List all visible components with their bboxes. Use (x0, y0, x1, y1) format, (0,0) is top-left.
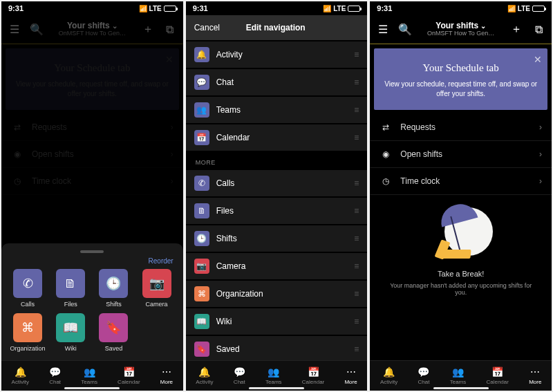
tab-more[interactable]: ⋯More (344, 366, 357, 385)
teams-icon: 👥 (452, 366, 464, 377)
drag-handle-icon[interactable]: ≡ (354, 77, 359, 87)
tile-files[interactable]: 🗎 Files (51, 269, 90, 308)
cancel-button[interactable]: Cancel (194, 23, 220, 32)
add-icon[interactable]: ＋ (142, 24, 154, 36)
chevron-right-icon: › (171, 122, 174, 132)
row-open-shifts[interactable]: ◉ Open shifts › (1, 141, 183, 168)
drag-handle-icon[interactable]: ≡ (354, 133, 359, 142)
calendar-icon: 📅 (491, 366, 503, 377)
header-title-area[interactable]: Your shifts OnMSFT How To Gen… (59, 21, 126, 37)
tab-chat[interactable]: 💬Chat (49, 366, 61, 385)
drag-handle-icon[interactable]: ≡ (354, 317, 359, 326)
tab-more[interactable]: ⋯More (160, 366, 173, 385)
reorder-link[interactable]: Reorder (149, 257, 174, 265)
tile-saved[interactable]: 🔖 Saved (94, 313, 133, 352)
banner-text: View your schedule, request time off, an… (14, 80, 171, 99)
calls-icon: ✆ (13, 269, 42, 298)
calendar-today-icon[interactable]: ⧉ (164, 24, 176, 36)
menu-list: ⇄ Requests › ◉ Open shifts › ◷ Time cloc… (1, 114, 183, 195)
open-shifts-icon: ◉ (379, 148, 392, 160)
row-time-clock[interactable]: ◷ Time clock › (370, 168, 552, 195)
home-indicator[interactable] (64, 387, 120, 389)
tile-wiki[interactable]: 📖 Wiki (51, 313, 90, 352)
tab-activity[interactable]: 🔔Activity (380, 366, 397, 385)
empty-state: Take a Break! Your manager hasn't added … (370, 195, 552, 296)
drawer-handle[interactable] (80, 250, 104, 253)
drag-handle-icon[interactable]: ≡ (354, 261, 359, 271)
nav-row-files[interactable]: 🗎 Files ≡ (186, 198, 368, 224)
tab-activity[interactable]: 🔔Activity (196, 366, 213, 385)
tab-teams[interactable]: 👥Teams (265, 366, 282, 385)
activity-icon: 🔔 (198, 366, 210, 377)
signal-icon: 📶 (323, 5, 331, 12)
drag-handle-icon[interactable]: ≡ (354, 344, 359, 354)
row-open-shifts[interactable]: ◉ Open shifts › (370, 141, 552, 168)
nav-row-saved[interactable]: 🔖 Saved ≡ (186, 336, 368, 362)
nav-row-label: Wiki (216, 317, 232, 326)
nav-row-label: Teams (216, 105, 241, 115)
drag-handle-icon[interactable]: ≡ (354, 234, 359, 243)
tile-camera[interactable]: 📷 Camera (138, 269, 176, 308)
close-icon[interactable]: ✕ (534, 54, 542, 65)
row-time-clock[interactable]: ◷ Time clock › (1, 168, 183, 195)
tab-label: Calendar (302, 379, 324, 385)
tab-teams[interactable]: 👥Teams (81, 366, 97, 385)
banner-title: Your Schedule tab (14, 62, 171, 74)
chat-icon: 💬 (194, 75, 209, 90)
drag-handle-icon[interactable]: ≡ (354, 178, 359, 188)
nav-row-calendar[interactable]: 📅 Calendar ≡ (186, 124, 368, 151)
drag-handle-icon[interactable]: ≡ (354, 105, 359, 115)
chevron-right-icon: › (171, 149, 174, 159)
nav-row-shifts[interactable]: 🕒 Shifts ≡ (186, 225, 368, 252)
empty-title: Take a Break! (384, 270, 538, 278)
shifts-icon: 🕒 (194, 231, 209, 246)
app-header: ☰ 🔍 Your shifts OnMSFT How To Gen… ＋ ⧉ (370, 15, 552, 44)
nav-row-label: Activity (216, 50, 243, 59)
tab-calendar[interactable]: 📅Calendar (302, 366, 324, 385)
hamburger-icon[interactable]: ☰ (8, 24, 21, 36)
modal-header: Cancel Edit navigation (186, 15, 368, 40)
nav-row-teams[interactable]: 👥 Teams ≡ (186, 97, 368, 123)
status-bar: 9:31 📶 LTE (186, 1, 368, 15)
tab-chat[interactable]: 💬Chat (234, 366, 245, 385)
chat-icon: 💬 (418, 366, 429, 377)
tile-calls[interactable]: ✆ Calls (8, 269, 47, 308)
nav-row-chat[interactable]: 💬 Chat ≡ (186, 69, 368, 95)
calendar-today-icon[interactable]: ⧉ (532, 24, 545, 36)
nav-row-organization[interactable]: ⌘ Organization ≡ (186, 281, 368, 307)
tab-chat[interactable]: 💬Chat (418, 366, 429, 385)
nav-row-calls[interactable]: ✆ Calls ≡ (186, 170, 368, 196)
tile-organization[interactable]: ⌘ Organization (8, 313, 47, 352)
tab-label: Chat (49, 379, 61, 385)
row-requests[interactable]: ⇄ Requests › (370, 114, 552, 141)
drag-handle-icon[interactable]: ≡ (354, 289, 359, 299)
home-indicator[interactable] (433, 387, 489, 389)
header-title-area[interactable]: Your shifts OnMSFT How To Gen… (427, 21, 494, 37)
search-icon[interactable]: 🔍 (399, 24, 411, 36)
teams-icon: 👥 (268, 366, 279, 377)
drag-handle-icon[interactable]: ≡ (354, 206, 359, 216)
close-icon[interactable]: ✕ (165, 54, 174, 65)
hamburger-icon[interactable]: ☰ (377, 24, 389, 36)
network-label: LTE (333, 5, 346, 12)
nav-row-wiki[interactable]: 📖 Wiki ≡ (186, 308, 368, 335)
status-icons: 📶 LTE (507, 5, 545, 12)
home-indicator[interactable] (249, 387, 304, 389)
more-icon: ⋯ (162, 366, 171, 377)
header-subtitle: OnMSFT How To Gen… (427, 30, 494, 37)
nav-row-camera[interactable]: 📷 Camera ≡ (186, 253, 368, 279)
tab-calendar[interactable]: 📅Calendar (486, 366, 508, 385)
empty-text: Your manager hasn't added any upcoming s… (384, 282, 538, 296)
tab-teams[interactable]: 👥Teams (450, 366, 467, 385)
tab-calendar[interactable]: 📅Calendar (118, 366, 140, 385)
tab-more[interactable]: ⋯More (529, 366, 541, 385)
tile-shifts[interactable]: 🕒 Shifts (94, 269, 133, 308)
add-icon[interactable]: ＋ (510, 24, 523, 36)
tab-label: Chat (234, 379, 245, 385)
tab-activity[interactable]: 🔔Activity (12, 366, 29, 385)
drag-handle-icon[interactable]: ≡ (354, 50, 359, 59)
search-icon[interactable]: 🔍 (30, 24, 43, 36)
nav-row-activity[interactable]: 🔔 Activity ≡ (186, 41, 368, 68)
calendar-icon: 📅 (308, 366, 319, 377)
row-requests[interactable]: ⇄ Requests › (1, 114, 183, 141)
